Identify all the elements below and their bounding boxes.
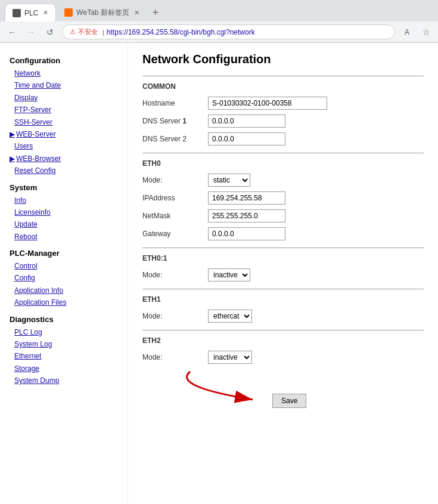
eth2-divider: [142, 330, 424, 330]
reload-button[interactable]: ↺: [43, 25, 57, 39]
eth1-mode-row: Mode: ethercat static dhcp inactive: [142, 310, 424, 323]
sidebar-item-users[interactable]: Users: [10, 140, 118, 152]
new-tab-button[interactable]: +: [148, 4, 164, 21]
sidebar-item-ethernet[interactable]: Ethernet: [10, 350, 118, 362]
sidebar-item-time-and-date[interactable]: Time and Date: [10, 79, 118, 91]
page-title: Network Configuration: [142, 52, 424, 66]
hostname-row: Hostname: [142, 97, 424, 110]
eth0-gateway-input[interactable]: [208, 227, 285, 240]
dns1-label: DNS Server 1: [142, 117, 208, 125]
browser-chrome: PLC ✕ WeTab 新标签页 ✕ + ← → ↺ ⚠ 不安全 | https…: [0, 0, 438, 43]
eth2-mode-label: Mode:: [142, 353, 208, 361]
sidebar-item-web-browser-label: WEB-Browser: [16, 153, 61, 165]
bookmark-button[interactable]: ☆: [419, 25, 433, 39]
sidebar-item-control[interactable]: Control: [10, 260, 118, 272]
eth01-mode-label: Mode:: [142, 271, 208, 279]
eth01-section-label: ETH0:1: [142, 254, 424, 262]
web-server-arrow-icon: ▶: [10, 128, 15, 140]
sidebar-item-update[interactable]: Update: [10, 218, 118, 230]
sidebar-item-reboot[interactable]: Reboot: [10, 231, 118, 243]
sidebar-item-config[interactable]: Config: [10, 272, 118, 284]
address-bar[interactable]: ⚠ 不安全 | https://169.254.255.58/cgi-bin/b…: [62, 24, 395, 39]
eth1-section-label: ETH1: [142, 295, 424, 304]
tab-wetab-close[interactable]: ✕: [134, 9, 139, 17]
url-separator: |: [102, 29, 104, 36]
eth0-mode-row: Mode: static dhcp inactive: [142, 174, 424, 187]
eth0-ip-row: IPAddress: [142, 191, 424, 205]
web-browser-arrow-icon: ▶: [10, 153, 15, 165]
tab-plc-label: PLC: [24, 9, 38, 17]
security-text: 不安全: [78, 27, 98, 36]
sidebar-section-configuration: Configuration: [10, 56, 118, 65]
tab-wetab-icon: [64, 8, 73, 17]
sidebar-item-network[interactable]: Network: [10, 67, 118, 79]
eth0-mode-select[interactable]: static dhcp inactive: [208, 174, 250, 187]
tab-plc-icon: [13, 9, 21, 17]
sidebar-item-system-dump[interactable]: System Dump: [10, 375, 118, 386]
save-button[interactable]: Save: [272, 394, 306, 408]
eth1-divider: [142, 289, 424, 289]
tab-wetab-label: WeTab 新标签页: [76, 8, 129, 18]
sidebar-section-system: System: [10, 183, 118, 192]
eth0-mode-label: Mode:: [142, 176, 208, 184]
red-arrow-icon: [142, 369, 268, 404]
eth0-divider: [142, 153, 424, 153]
sidebar-item-display[interactable]: Display: [10, 92, 118, 104]
back-button[interactable]: ←: [5, 25, 19, 39]
eth2-mode-row: Mode: inactive static dhcp ethercat: [142, 351, 424, 364]
security-warning-icon: ⚠: [70, 28, 76, 36]
eth0-section-label: ETH0: [142, 159, 424, 168]
tab-plc-close[interactable]: ✕: [43, 9, 48, 17]
eth0-netmask-input[interactable]: [208, 209, 285, 222]
eth2-section-label: ETH2: [142, 336, 424, 345]
eth0-netmask-row: NetMask: [142, 209, 424, 222]
dns1-row: DNS Server 1: [142, 115, 424, 128]
sidebar: Configuration Network Time and Date Disp…: [0, 43, 128, 504]
dns2-input[interactable]: [208, 132, 285, 146]
url-display: https://169.254.255.58/cgi-bin/bgh.cgi?n…: [107, 28, 255, 36]
sidebar-item-storage[interactable]: Storage: [10, 363, 118, 375]
translate-button[interactable]: A: [400, 25, 414, 39]
eth0-ip-input[interactable]: [208, 191, 285, 205]
sidebar-item-ssh-server[interactable]: SSH-Server: [10, 116, 118, 128]
tab-plc[interactable]: PLC ✕: [5, 4, 56, 21]
hostname-label: Hostname: [142, 99, 208, 107]
sidebar-item-plc-log[interactable]: PLC Log: [10, 326, 118, 338]
eth0-gateway-row: Gateway: [142, 227, 424, 240]
sidebar-item-info[interactable]: Info: [10, 194, 118, 206]
sidebar-item-application-files[interactable]: Application Files: [10, 296, 118, 308]
save-section: Save: [142, 369, 424, 410]
sidebar-item-application-info[interactable]: Application Info: [10, 285, 118, 296]
sidebar-item-licenseinfo[interactable]: Licenseinfo: [10, 206, 118, 218]
dns2-label: DNS Server 2: [142, 135, 208, 143]
eth0-gateway-label: Gateway: [142, 230, 208, 238]
sidebar-item-web-server-label: WEB-Server: [16, 128, 56, 140]
forward-button[interactable]: →: [24, 25, 38, 39]
eth2-mode-select[interactable]: inactive static dhcp ethercat: [208, 351, 252, 364]
sidebar-item-web-server[interactable]: ▶ WEB-Server: [10, 128, 118, 140]
sidebar-section-diagnostics: Diagnostics: [10, 315, 118, 324]
address-bar-row: ← → ↺ ⚠ 不安全 | https://169.254.255.58/cgi…: [0, 21, 438, 42]
common-divider: [142, 76, 424, 76]
eth01-mode-select[interactable]: inactive static dhcp: [208, 268, 250, 282]
sidebar-item-ftp-server[interactable]: FTP-Server: [10, 104, 118, 116]
sidebar-item-reset-config[interactable]: Reset Config: [10, 165, 118, 177]
sidebar-item-system-log[interactable]: System Log: [10, 338, 118, 350]
main-layout: Configuration Network Time and Date Disp…: [0, 43, 438, 504]
sidebar-item-web-browser[interactable]: ▶ WEB-Browser: [10, 153, 118, 165]
hostname-input[interactable]: [208, 97, 327, 110]
eth01-divider: [142, 248, 424, 248]
dns2-row: DNS Server 2: [142, 132, 424, 146]
eth0-ip-label: IPAddress: [142, 194, 208, 202]
eth01-mode-row: Mode: inactive static dhcp: [142, 268, 424, 282]
eth1-mode-select[interactable]: ethercat static dhcp inactive: [208, 310, 252, 323]
dns1-input[interactable]: [208, 115, 285, 128]
sidebar-section-plc-manager: PLC-Manager: [10, 249, 118, 258]
content-area: Network Configuration COMMON Hostname DN…: [128, 43, 438, 504]
tab-wetab[interactable]: WeTab 新标签页 ✕: [57, 4, 146, 21]
eth0-netmask-label: NetMask: [142, 212, 208, 220]
tab-bar: PLC ✕ WeTab 新标签页 ✕ +: [0, 0, 438, 21]
eth1-mode-label: Mode:: [142, 312, 208, 320]
common-section-label: COMMON: [142, 82, 424, 91]
